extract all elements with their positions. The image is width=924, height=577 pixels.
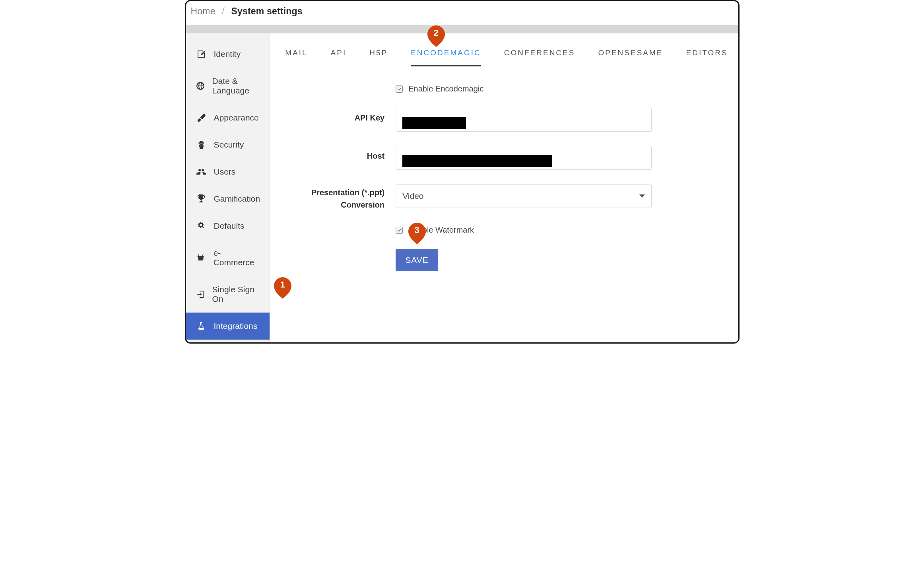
divider-band [186,25,738,33]
flask-icon [196,321,207,331]
sidebar-item-label: e-Commerce [214,248,260,267]
sidebar-item-label: Integrations [214,321,258,331]
basket-icon [196,253,206,262]
tab-api[interactable]: API [331,45,347,66]
sidebar-item-debugging[interactable]: Debugging [186,340,270,344]
chevron-down-icon [639,194,645,198]
main-content: MAIL API H5P ENCODEMAGIC CONFERENCES OPE… [270,33,739,342]
sidebar-item-label: Security [214,140,244,150]
sidebar-item-label: Single Sign On [212,285,260,304]
api-key-redacted-value [402,117,466,129]
sidebar: Identity Date & Language Appearance Secu… [186,33,270,342]
breadcrumb: Home / System settings [186,1,738,25]
sidebar-item-date-language[interactable]: Date & Language [186,68,270,104]
gears-icon [196,221,207,231]
encodemagic-form: Enable Encodemagic API Key Host [282,66,731,271]
row-enable-watermark: Enable Watermark [282,225,731,235]
tab-editors[interactable]: EDITORS [686,45,728,66]
row-save: SAVE [282,249,731,271]
row-presentation-conversion: Presentation (*.ppt) Conversion Video [282,184,731,211]
sidebar-item-gamification[interactable]: Gamification [186,185,270,212]
sidebar-item-label: Users [214,167,236,177]
agent-icon [196,140,207,150]
presentation-conversion-value: Video [402,191,423,201]
breadcrumb-separator: / [222,6,225,16]
enable-watermark-label: Enable Watermark [408,225,474,235]
api-key-label: API Key [282,108,396,122]
sidebar-item-defaults[interactable]: Defaults [186,212,270,239]
sidebar-item-users[interactable]: Users [186,158,270,185]
trophy-icon [196,194,207,204]
sidebar-item-appearance[interactable]: Appearance [186,104,270,131]
app-frame: Home / System settings Identity Date & L… [185,0,740,344]
sidebar-item-security[interactable]: Security [186,131,270,158]
page-title: System settings [231,6,302,16]
tab-conferences[interactable]: CONFERENCES [504,45,575,66]
check-icon [397,86,402,91]
sign-in-icon [196,289,205,299]
tab-opensesame[interactable]: OPENSESAME [598,45,663,66]
row-host: Host [282,146,731,170]
row-enable-encodemagic: Enable Encodemagic [282,84,731,93]
sidebar-item-integrations[interactable]: Integrations [186,313,270,340]
tab-encodemagic[interactable]: ENCODEMAGIC [411,45,481,66]
sidebar-item-ecommerce[interactable]: e-Commerce [186,239,270,276]
breadcrumb-home-link[interactable]: Home [191,6,215,16]
enable-encodemagic-label: Enable Encodemagic [408,84,483,93]
presentation-conversion-select[interactable]: Video [396,184,652,208]
sidebar-item-identity[interactable]: Identity [186,41,270,68]
columns: Identity Date & Language Appearance Secu… [186,33,738,342]
check-icon [397,227,402,233]
sidebar-item-label: Appearance [214,113,259,122]
enable-encodemagic-checkbox[interactable] [396,85,403,93]
sidebar-item-sso[interactable]: Single Sign On [186,276,270,313]
tab-mail[interactable]: MAIL [285,45,307,66]
host-input[interactable] [396,146,652,170]
sidebar-item-label: Identity [214,49,241,59]
host-redacted-value [402,155,552,167]
host-label: Host [282,146,396,161]
tabs: MAIL API H5P ENCODEMAGIC CONFERENCES OPE… [282,33,731,66]
row-api-key: API Key [282,108,731,132]
paintbrush-icon [196,113,207,122]
sidebar-item-label: Date & Language [212,76,260,95]
sidebar-item-label: Defaults [214,221,245,231]
api-key-input[interactable] [396,108,652,132]
enable-watermark-checkbox[interactable] [396,227,403,234]
save-button[interactable]: SAVE [396,249,438,271]
sidebar-item-label: Gamification [214,194,260,204]
edit-square-icon [196,49,207,59]
users-icon [196,167,207,177]
tab-h5p[interactable]: H5P [369,45,388,66]
presentation-conversion-label: Presentation (*.ppt) Conversion [282,184,396,211]
globe-icon [196,81,205,91]
